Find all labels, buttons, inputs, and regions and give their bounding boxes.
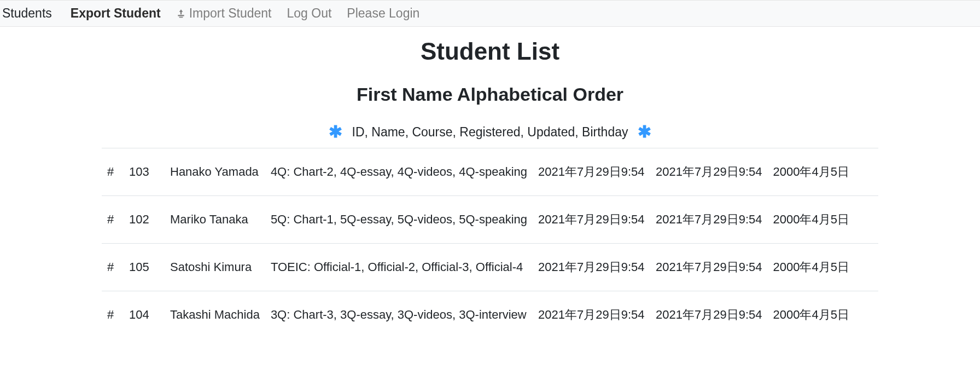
cell-registered: 2021年7月29日9:54 (533, 196, 650, 244)
sort-title: First Name Alphabetical Order (102, 84, 878, 105)
cell-updated: 2021年7月29日9:54 (650, 148, 767, 196)
navbar: Students Export Student Import Student L… (0, 0, 980, 27)
cell-registered: 2021年7月29日9:54 (533, 148, 650, 196)
svg-rect-0 (178, 15, 184, 16)
cell-id: 104 (124, 291, 165, 339)
cell-name: Takashi Machida (165, 291, 265, 339)
cell-id: 105 (124, 244, 165, 291)
brand-link[interactable]: Students (2, 6, 63, 21)
asterisk-icon: ✱ (638, 124, 651, 140)
columns-header-row: ✱ ID, Name, Course, Registered, Updated,… (102, 124, 878, 140)
cell-birthday: 2000年4月5日 (767, 291, 878, 339)
cell-course: 4Q: Chart-2, 4Q-essay, 4Q-videos, 4Q-spe… (265, 148, 533, 196)
cell-hash[interactable]: # (102, 196, 124, 244)
cell-updated: 2021年7月29日9:54 (650, 291, 767, 339)
cell-id: 103 (124, 148, 165, 196)
cell-hash[interactable]: # (102, 244, 124, 291)
table-row: #105Satoshi KimuraTOEIC: Official-1, Off… (102, 244, 878, 291)
nav-logout[interactable]: Log Out (279, 6, 340, 21)
nav-import-student[interactable]: Import Student (168, 6, 279, 21)
cell-name: Hanako Yamada (165, 148, 265, 196)
nav-export-student[interactable]: Export Student (63, 6, 168, 21)
table-row: #102Mariko Tanaka5Q: Chart-1, 5Q-essay, … (102, 196, 878, 244)
cell-registered: 2021年7月29日9:54 (533, 244, 650, 291)
cell-course: TOEIC: Official-1, Official-2, Official-… (265, 244, 533, 291)
cell-birthday: 2000年4月5日 (767, 244, 878, 291)
asterisk-icon: ✱ (329, 124, 342, 140)
cell-hash[interactable]: # (102, 148, 124, 196)
student-table: #103Hanako Yamada4Q: Chart-2, 4Q-essay, … (102, 148, 878, 338)
svg-rect-1 (179, 16, 183, 18)
nav-login[interactable]: Please Login (339, 6, 427, 21)
cell-name: Mariko Tanaka (165, 196, 265, 244)
cell-id: 102 (124, 196, 165, 244)
cell-course: 3Q: Chart-3, 3Q-essay, 3Q-videos, 3Q-int… (265, 291, 533, 339)
table-row: #103Hanako Yamada4Q: Chart-2, 4Q-essay, … (102, 148, 878, 196)
table-row: #104Takashi Machida3Q: Chart-3, 3Q-essay… (102, 291, 878, 339)
cell-hash[interactable]: # (102, 291, 124, 339)
cell-registered: 2021年7月29日9:54 (533, 291, 650, 339)
cell-name: Satoshi Kimura (165, 244, 265, 291)
import-icon (176, 9, 186, 19)
main-container: Student List First Name Alphabetical Ord… (91, 38, 889, 338)
nav-import-label: Import Student (189, 6, 272, 21)
cell-course: 5Q: Chart-1, 5Q-essay, 5Q-videos, 5Q-spe… (265, 196, 533, 244)
cell-updated: 2021年7月29日9:54 (650, 244, 767, 291)
cell-updated: 2021年7月29日9:54 (650, 196, 767, 244)
page-title: Student List (102, 38, 878, 65)
cell-birthday: 2000年4月5日 (767, 148, 878, 196)
cell-birthday: 2000年4月5日 (767, 196, 878, 244)
columns-label: ID, Name, Course, Registered, Updated, B… (352, 125, 628, 140)
